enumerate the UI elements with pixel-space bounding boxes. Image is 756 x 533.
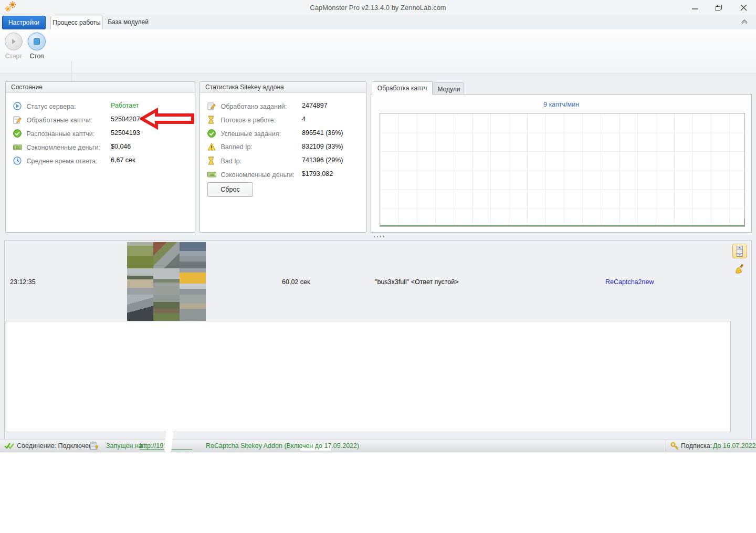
chart-panel-body: 9 каптч/мин — [371, 94, 752, 233]
running-on-label: Запущен на — [106, 442, 142, 450]
captcha-tile — [180, 242, 206, 268]
reset-button[interactable]: Сброс — [207, 182, 253, 197]
captcha-tile — [127, 295, 153, 321]
edit-icon — [207, 102, 216, 110]
play-icon — [13, 102, 22, 110]
red-arrow-annotation — [140, 108, 195, 132]
banned-ip-value: 832109 (33%) — [302, 143, 343, 150]
settings-backstage-button[interactable]: Настройки — [2, 16, 46, 29]
rate-line-series — [380, 113, 744, 226]
captcha-tile — [127, 268, 153, 295]
status-row-server: Статус сервера: Работает — [13, 102, 76, 111]
start-button[interactable]: Старт — [1, 32, 26, 60]
status-row-money: 100 Сэкономленные деньги: $0,046 — [13, 143, 100, 152]
log-module-link[interactable]: ReCaptcha2new — [605, 278, 654, 286]
rate-chart — [380, 113, 745, 227]
check-icon — [13, 129, 22, 138]
stop-button[interactable]: Стоп — [24, 32, 49, 60]
status-row-processed: Обработаные каптчи: 52504207 — [13, 116, 92, 125]
log-duration: 60,02 сек — [282, 278, 310, 286]
stop-icon — [28, 33, 46, 50]
captcha-tile — [180, 268, 206, 295]
minimize-button[interactable] — [687, 2, 703, 14]
statusbar-separator — [666, 441, 666, 451]
splitter-grip-icon — [374, 236, 385, 237]
restore-button[interactable] — [711, 2, 727, 14]
status-bar: Соединение: Подключено Запущен на http:/… — [0, 439, 756, 452]
sitekey-group-title: Статистика Sitekey аддона — [200, 82, 366, 93]
sitekey-row-banned: Banned Ip: 832109 (33%) — [207, 143, 253, 152]
tab-process[interactable]: Процесс работы — [50, 16, 103, 30]
captcha-log-panel: 23:12:35 60,02 сек "bus3x3full" <Ответ п… — [4, 240, 752, 444]
captcha-tile — [153, 295, 180, 321]
chart-title: 9 каптч/мин — [371, 101, 751, 108]
processed-captchas-value: 52504207 — [111, 116, 140, 123]
window-title: CapMonster Pro v2.13.4.0 by ZennoLab.com — [0, 4, 756, 12]
clock-icon — [13, 156, 22, 165]
key-icon — [670, 442, 679, 452]
hourglass-icon — [207, 116, 216, 124]
edit-icon — [13, 116, 22, 124]
hourglass-icon — [207, 156, 216, 165]
title-bar: CapMonster Pro v2.13.4.0 by ZennoLab.com — [0, 0, 756, 15]
clear-log-broom-icon[interactable] — [734, 264, 745, 274]
svg-text:100: 100 — [210, 174, 214, 176]
connection-check-icon — [4, 442, 15, 452]
money-icon: 100 — [13, 143, 22, 151]
server-status-value: Работает — [111, 102, 139, 109]
status-group-title: Состояние — [6, 82, 195, 93]
app-window: CapMonster Pro v2.13.4.0 by ZennoLab.com… — [0, 0, 756, 453]
close-button[interactable] — [736, 2, 751, 14]
sitekey-money-value: $1793,082 — [302, 170, 333, 177]
bad-ip-value: 741396 (29%) — [302, 156, 343, 164]
captcha-tile — [127, 242, 153, 268]
status-groupbox: Состояние Статус сервера: Работает Обраб… — [5, 81, 195, 233]
server-doc-icon — [90, 442, 99, 452]
scrollbar-icon — [737, 246, 743, 257]
tab-modules[interactable]: Модули — [434, 82, 464, 95]
sitekey-row-money: 100 Сэкономленные деньги: $1793,082 — [207, 170, 295, 180]
autoscroll-toggle-button[interactable] — [732, 244, 747, 258]
money-icon: 100 — [207, 170, 216, 179]
horizontal-splitter[interactable] — [0, 233, 756, 239]
check-icon — [207, 129, 216, 138]
ribbon-tab-strip: Настройки Процесс работы База модулей — [0, 15, 756, 29]
connection-status: Соединение: Подключено — [17, 442, 96, 450]
sitekey-row-threads: Потоков в работе: 4 — [207, 116, 276, 125]
sitekey-groupbox: Статистика Sitekey аддона Обработано зад… — [200, 81, 366, 233]
sitekey-row-badip: Bad Ip: 741396 (29%) — [207, 156, 242, 166]
log-list-area — [6, 321, 731, 432]
status-row-avgtime: Среднее время ответа: 6,67 сек — [13, 156, 98, 166]
captcha-tile — [180, 295, 206, 321]
ribbon-body: Старт Стоп Выполнение — [0, 29, 756, 74]
collapse-ribbon-icon[interactable] — [740, 18, 749, 25]
tasks-processed-value: 2474897 — [302, 102, 328, 109]
saved-money-value: $0,046 — [111, 143, 131, 150]
warning-icon — [207, 143, 216, 151]
avg-time-value: 6,67 сек — [111, 156, 135, 164]
sitekey-row-tasks: Обработано заданий: 2474897 — [207, 102, 287, 111]
start-icon — [5, 33, 23, 50]
tab-captcha-processing[interactable]: Обработка каптч — [372, 81, 433, 95]
success-tasks-value: 896541 (36%) — [302, 129, 343, 137]
sitekey-row-success: Успешные задания: 896541 (36%) — [207, 129, 281, 139]
tab-modules-db[interactable]: База модулей — [107, 16, 149, 30]
status-row-recognized: Распознанные каптчи: 52504193 — [13, 129, 94, 139]
subscription-label: Подписка: — [681, 442, 712, 450]
captcha-image-grid — [127, 242, 206, 321]
captcha-tile — [153, 268, 180, 295]
threads-value: 4 — [302, 116, 306, 123]
svg-text:100: 100 — [16, 147, 20, 149]
captcha-tile — [153, 242, 180, 268]
addon-status: ReCaptcha Sitekey Addon (Включен до 17.0… — [206, 442, 359, 450]
recognized-captchas-value: 52504193 — [111, 129, 140, 137]
captcha-processing-panel: Обработка каптч Модули 9 каптч/мин — [371, 81, 752, 233]
log-result: "bus3x3full" <Ответ пустой> — [375, 278, 459, 286]
log-time: 23:12:35 — [10, 278, 36, 286]
subscription-value: До 16.07.2022 — [713, 442, 756, 450]
